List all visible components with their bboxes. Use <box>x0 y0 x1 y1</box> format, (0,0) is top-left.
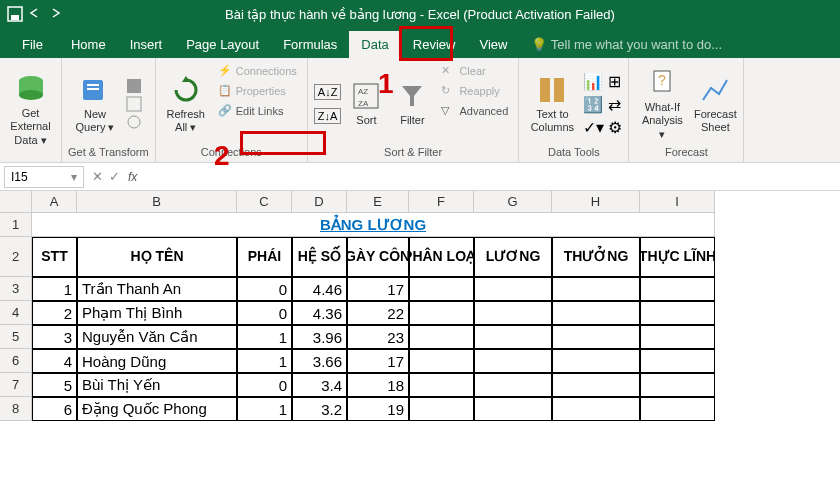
sort-za-button[interactable]: Z↓A <box>314 108 342 124</box>
what-if-button[interactable]: ? What-If Analysis ▾ <box>635 62 689 146</box>
cell[interactable] <box>409 277 474 301</box>
cell[interactable] <box>640 373 715 397</box>
cell[interactable] <box>640 349 715 373</box>
cell[interactable]: 4.46 <box>292 277 347 301</box>
filter-button[interactable]: Filter <box>391 62 433 146</box>
refresh-all-button[interactable]: Refresh All ▾ <box>162 62 210 146</box>
tab-view[interactable]: View <box>467 31 519 58</box>
row-header[interactable]: 7 <box>0 373 32 397</box>
row-header[interactable]: 1 <box>0 213 32 237</box>
tab-file[interactable]: File <box>10 31 55 58</box>
cell[interactable] <box>474 349 552 373</box>
sort-az-button[interactable]: A↓Z <box>314 84 342 100</box>
cell[interactable] <box>409 373 474 397</box>
tab-insert[interactable]: Insert <box>118 31 175 58</box>
consolidate-icon[interactable]: ⊞ <box>608 72 622 91</box>
cell[interactable] <box>552 397 640 421</box>
cell[interactable]: 1 <box>237 397 292 421</box>
cell[interactable] <box>640 325 715 349</box>
advanced-button[interactable]: ▽Advanced <box>437 102 512 120</box>
formula-bar[interactable]: fx <box>128 170 840 184</box>
cell[interactable] <box>474 325 552 349</box>
cell[interactable]: 3.66 <box>292 349 347 373</box>
cancel-icon[interactable]: ✕ <box>92 169 103 184</box>
tab-home[interactable]: Home <box>59 31 118 58</box>
reapply-button[interactable]: ↻Reapply <box>437 82 512 100</box>
column-header[interactable]: E <box>347 191 409 213</box>
cell[interactable]: 3.96 <box>292 325 347 349</box>
flash-fill-icon[interactable]: 📊 <box>583 72 604 91</box>
cell[interactable] <box>552 301 640 325</box>
cell[interactable]: Hoàng Dũng <box>77 349 237 373</box>
cell[interactable] <box>409 349 474 373</box>
column-header[interactable]: C <box>237 191 292 213</box>
clear-button[interactable]: ✕Clear <box>437 62 512 80</box>
tab-formulas[interactable]: Formulas <box>271 31 349 58</box>
row-header[interactable]: 4 <box>0 301 32 325</box>
data-validation-icon[interactable]: ✓▾ <box>583 118 604 137</box>
cell[interactable]: 19 <box>347 397 409 421</box>
cell[interactable]: PHÁI <box>237 237 292 277</box>
cell[interactable]: 22 <box>347 301 409 325</box>
column-header[interactable]: A <box>32 191 77 213</box>
cell[interactable]: 23 <box>347 325 409 349</box>
from-table-icon[interactable] <box>126 96 142 112</box>
cell[interactable]: 0 <box>237 301 292 325</box>
column-header[interactable]: G <box>474 191 552 213</box>
manage-data-model-icon[interactable]: ⚙ <box>608 118 622 137</box>
new-query-button[interactable]: New Query ▾ <box>68 62 122 146</box>
tab-data[interactable]: Data <box>349 31 400 58</box>
undo-icon[interactable] <box>26 5 44 23</box>
name-box[interactable]: I15▾ <box>4 166 84 188</box>
cell[interactable] <box>640 301 715 325</box>
tab-review[interactable]: Review <box>401 31 468 58</box>
column-header[interactable]: I <box>640 191 715 213</box>
row-header[interactable]: 2 <box>0 237 32 277</box>
cell[interactable]: THỰC LĨNH <box>640 237 715 277</box>
cell[interactable]: Bùi Thị Yến <box>77 373 237 397</box>
redo-icon[interactable] <box>46 5 64 23</box>
properties-button[interactable]: 📋Properties <box>214 82 301 100</box>
show-queries-icon[interactable] <box>126 78 142 94</box>
cell[interactable] <box>552 349 640 373</box>
cell[interactable]: THƯỞNG <box>552 237 640 277</box>
text-to-columns-button[interactable]: Text to Columns <box>525 62 579 146</box>
cell[interactable] <box>552 277 640 301</box>
cell[interactable] <box>640 397 715 421</box>
cell[interactable] <box>552 325 640 349</box>
row-header[interactable]: 5 <box>0 325 32 349</box>
row-header[interactable]: 6 <box>0 349 32 373</box>
connections-button[interactable]: ⚡Connections <box>214 62 301 80</box>
cell[interactable] <box>474 277 552 301</box>
save-icon[interactable] <box>6 5 24 23</box>
edit-links-button[interactable]: 🔗Edit Links <box>214 102 301 120</box>
enter-icon[interactable]: ✓ <box>109 169 120 184</box>
cell[interactable] <box>474 397 552 421</box>
cell[interactable]: 17 <box>347 277 409 301</box>
remove-duplicates-icon[interactable]: 🔢 <box>583 95 604 114</box>
cell[interactable]: 4.36 <box>292 301 347 325</box>
tab-pagelayout[interactable]: Page Layout <box>174 31 271 58</box>
cell[interactable]: HỌ TÊN <box>77 237 237 277</box>
cell[interactable]: Nguyễn Văn Cần <box>77 325 237 349</box>
column-header[interactable]: H <box>552 191 640 213</box>
select-all-corner[interactable] <box>0 191 32 213</box>
cell[interactable] <box>409 301 474 325</box>
cell[interactable]: 1 <box>237 325 292 349</box>
tab-tellme[interactable]: 💡 Tell me what you want to do... <box>519 31 734 58</box>
column-header[interactable]: D <box>292 191 347 213</box>
cell[interactable]: HỆ SỐ <box>292 237 347 277</box>
cell[interactable]: Trần Thanh An <box>77 277 237 301</box>
cell[interactable]: 5 <box>32 373 77 397</box>
column-header[interactable]: B <box>77 191 237 213</box>
recent-sources-icon[interactable] <box>126 114 142 130</box>
cell[interactable]: 2 <box>32 301 77 325</box>
cell[interactable] <box>474 301 552 325</box>
cell[interactable]: STT <box>32 237 77 277</box>
cell[interactable]: 0 <box>237 277 292 301</box>
cell[interactable]: 4 <box>32 349 77 373</box>
cell[interactable]: 3.4 <box>292 373 347 397</box>
cell[interactable]: 0 <box>237 373 292 397</box>
cell[interactable]: PHÂN LOẠI <box>409 237 474 277</box>
cell[interactable]: 1 <box>237 349 292 373</box>
